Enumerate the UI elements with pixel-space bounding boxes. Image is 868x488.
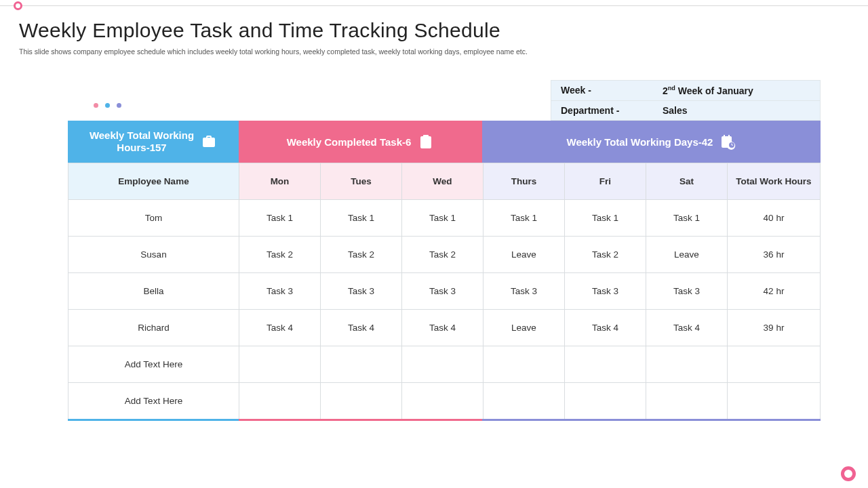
- cell-tot: 39 hr: [728, 310, 821, 346]
- cell-sat: Task 3: [646, 273, 728, 310]
- top-divider: [0, 5, 868, 6]
- bottom-accent: [68, 419, 821, 421]
- table-row: BellaTask 3Task 3Task 3Task 3Task 3Task …: [68, 273, 821, 310]
- table-row: TomTask 1Task 1Task 1Task 1Task 1Task 14…: [68, 200, 821, 237]
- cell-tue: [321, 346, 402, 383]
- info-dept-value: Sales: [660, 101, 820, 120]
- cell-fri: [565, 346, 646, 383]
- cell-thu: Leave: [484, 310, 565, 346]
- info-week-row: Week - 2nd Week of January: [551, 81, 820, 100]
- cell-thu: Leave: [484, 237, 565, 273]
- cell-wed: [402, 346, 484, 383]
- cell-name: Tom: [68, 200, 239, 237]
- info-box: Week - 2nd Week of January Department - …: [551, 80, 821, 121]
- th-sat: Sat: [646, 163, 728, 200]
- cell-mon: Task 4: [239, 310, 321, 346]
- cell-tot: 40 hr: [728, 200, 821, 237]
- th-tue: Tues: [321, 163, 402, 200]
- bottom-right-dot-icon: [841, 466, 856, 481]
- cell-tot: [728, 383, 821, 420]
- cell-tot: 36 hr: [728, 237, 821, 273]
- th-thu: Thurs: [484, 163, 565, 200]
- th-employee: Employee Name: [68, 163, 239, 200]
- cell-thu: [484, 383, 565, 420]
- cell-thu: [484, 346, 565, 383]
- cell-name: Bella: [68, 273, 239, 310]
- cell-fri: [565, 383, 646, 420]
- panel-total-hours: Weekly Total WorkingHours-157: [68, 121, 239, 163]
- panel-hours-line2: Hours-157: [90, 142, 194, 154]
- th-fri: Fri: [565, 163, 646, 200]
- cell-fri: Task 2: [565, 237, 646, 273]
- cell-fri: Task 4: [565, 310, 646, 346]
- panel-days-label: Weekly Total Working Days-42: [567, 136, 713, 148]
- panel-completed-label: Weekly Completed Task-6: [287, 136, 412, 148]
- cell-name: Add Text Here: [68, 383, 239, 420]
- cell-tue: [321, 383, 402, 420]
- panel-completed-task: Weekly Completed Task-6: [239, 121, 482, 163]
- cell-sat: [646, 346, 728, 383]
- cell-fri: Task 3: [565, 273, 646, 310]
- cell-tue: Task 1: [321, 200, 402, 237]
- cell-mon: Task 3: [239, 273, 321, 310]
- cell-name: Add Text Here: [68, 346, 239, 383]
- table-row: Add Text Here: [68, 346, 821, 383]
- schedule-table: Employee Name Mon Tues Wed Thurs Fri Sat…: [68, 163, 821, 420]
- cell-mon: [239, 346, 321, 383]
- cell-tue: Task 4: [321, 310, 402, 346]
- cell-name: Richard: [68, 310, 239, 346]
- cell-mon: Task 1: [239, 200, 321, 237]
- table-header-row: Employee Name Mon Tues Wed Thurs Fri Sat…: [68, 163, 821, 200]
- cell-wed: Task 2: [402, 237, 484, 273]
- cell-wed: Task 1: [402, 200, 484, 237]
- table-row: Add Text Here: [68, 383, 821, 420]
- decorative-dots: [94, 103, 121, 108]
- table-row: RichardTask 4Task 4Task 4LeaveTask 4Task…: [68, 310, 821, 346]
- cell-name: Susan: [68, 237, 239, 273]
- page-title: Weekly Employee Task and Time Tracking S…: [19, 19, 500, 42]
- table-row: SusanTask 2Task 2Task 2LeaveTask 2Leave3…: [68, 237, 821, 273]
- cell-sat: Leave: [646, 237, 728, 273]
- cell-tue: Task 2: [321, 237, 402, 273]
- cell-thu: Task 1: [484, 200, 565, 237]
- cell-sat: Task 1: [646, 200, 728, 237]
- briefcase-icon: [201, 134, 217, 150]
- clipboard-icon: [418, 134, 434, 150]
- page-subtitle: This slide shows company employee schedu…: [19, 47, 848, 56]
- info-dept-label: Department -: [551, 101, 660, 120]
- cell-wed: Task 4: [402, 310, 484, 346]
- calendar-clock-icon: [719, 134, 736, 150]
- top-left-dot-icon: [14, 1, 22, 10]
- panel-working-days: Weekly Total Working Days-42: [482, 121, 821, 163]
- info-week-value: 2nd Week of January: [660, 81, 820, 100]
- cell-wed: Task 3: [402, 273, 484, 310]
- cell-sat: [646, 383, 728, 420]
- panel-hours-line1: Weekly Total Working: [90, 129, 194, 142]
- summary-strip: Weekly Total WorkingHours-157 Weekly Com…: [68, 121, 821, 163]
- cell-mon: [239, 383, 321, 420]
- info-dept-row: Department - Sales: [551, 100, 820, 120]
- th-total: Total Work Hours: [728, 163, 821, 200]
- cell-tue: Task 3: [321, 273, 402, 310]
- th-wed: Wed: [402, 163, 484, 200]
- cell-mon: Task 2: [239, 237, 321, 273]
- cell-thu: Task 3: [484, 273, 565, 310]
- cell-sat: Task 4: [646, 310, 728, 346]
- cell-fri: Task 1: [565, 200, 646, 237]
- info-week-label: Week -: [551, 81, 660, 100]
- cell-tot: [728, 346, 821, 383]
- cell-tot: 42 hr: [728, 273, 821, 310]
- th-mon: Mon: [239, 163, 321, 200]
- cell-wed: [402, 383, 484, 420]
